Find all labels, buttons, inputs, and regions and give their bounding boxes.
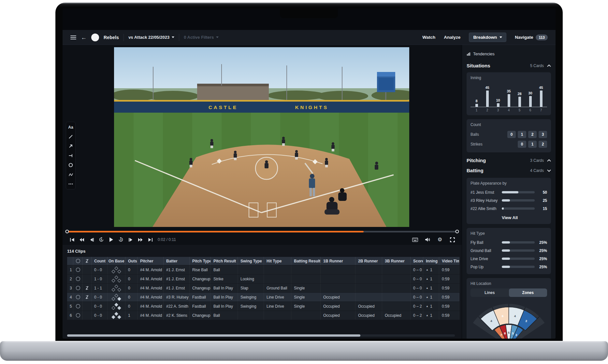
section-situations[interactable]: Situations 5 Cards [467, 63, 551, 68]
cell-score: 0 – 2 [411, 311, 423, 320]
cell-pitcher: #4 M. Arnold [138, 284, 164, 292]
strikes-button-0[interactable]: 0 [518, 141, 526, 148]
tab-lines[interactable]: Lines [470, 288, 509, 297]
cell-2b-runner [355, 293, 382, 301]
fullscreen-icon[interactable] [448, 236, 456, 243]
active-filters-selector[interactable]: 0 Active Filters [184, 35, 219, 40]
cell-outs: 0 [125, 274, 138, 283]
settings-gear-icon[interactable]: ⚙ [436, 236, 444, 243]
scrub-track[interactable] [67, 231, 457, 232]
clip-row-4[interactable]: 40 - 00#4 M. Arnold#3 R. HulseyFastballB… [67, 293, 459, 302]
select-circle-icon[interactable] [73, 293, 83, 301]
tool-arrow-icon[interactable] [67, 143, 74, 149]
cell-pitch-type: Fastball [190, 302, 211, 311]
team-name: Rebels [104, 35, 119, 40]
forward-5-button[interactable]: 5 [117, 236, 125, 243]
hit-type-row: Pop Up25% [470, 263, 547, 271]
on-base-diamonds [111, 312, 122, 319]
timeline-scrubber[interactable] [67, 229, 457, 234]
strikes-button-1[interactable]: 1 [528, 141, 537, 148]
hit-zones-chart[interactable]: 464278532 [470, 300, 547, 339]
step-forward-button[interactable] [126, 236, 135, 243]
bar-value: 35 [507, 89, 511, 93]
nav-tab-breakdown[interactable]: Breakdown [469, 33, 506, 42]
cell-hit-type: Line Drive [264, 293, 291, 301]
plate-appearance-value: 15 [535, 206, 547, 211]
header-cell-score: Score [411, 257, 423, 265]
replay-5-button[interactable]: 5 [97, 236, 106, 243]
nav-tab-analyze[interactable]: Analyze [444, 35, 460, 40]
hit-type-label: Ground Ball [470, 248, 502, 253]
nav-tab-watch[interactable]: Watch [422, 35, 435, 40]
select-circle-icon[interactable] [73, 311, 83, 320]
skip-end-button[interactable] [146, 236, 154, 243]
field-illustration: CASTLE KNIGHTS [114, 47, 409, 227]
clip-row-5[interactable]: 50 - 00#4 M. Arnold#22 A. SmithFastballB… [67, 302, 459, 311]
menu-icon[interactable] [70, 35, 76, 39]
cell-batter: #2 K. Stiens [164, 311, 190, 320]
balls-button-2[interactable]: 2 [528, 131, 537, 138]
step-back-button[interactable] [87, 236, 96, 243]
section-batting[interactable]: Batting 4 Cards [467, 168, 551, 173]
hit-type-label: Pop Up [470, 265, 502, 269]
clip-row-6[interactable]: 60 - 01#4 M. Arnold#2 K. StiensChangeupB… [67, 311, 459, 320]
breakdown-label: Breakdown [473, 35, 497, 40]
team-avatar[interactable] [91, 34, 99, 41]
hit-location-tabs: LinesZones [470, 288, 547, 297]
select-circle-icon[interactable] [73, 302, 83, 311]
back-arrow-icon[interactable]: ← [81, 35, 87, 40]
tool-more-icon[interactable] [67, 181, 74, 187]
bar [529, 96, 532, 107]
scrub-handle-right[interactable] [456, 230, 459, 233]
tool-draw-icon[interactable] [67, 172, 74, 177]
zone-value: 2 [515, 333, 517, 337]
clip-row-1[interactable]: 10 - 00#4 M. Arnold#1 J. ErnstRise BallB… [67, 265, 459, 274]
play-button[interactable] [107, 236, 115, 243]
inning-bar-2: 45 [482, 86, 493, 107]
cell-video-time: 0:59 [439, 284, 459, 292]
nav-tab-navigate[interactable]: Navigate 113 [515, 35, 548, 40]
tool-line-icon[interactable] [67, 134, 74, 140]
balls-button-3[interactable]: 3 [539, 131, 547, 138]
select-circle-icon[interactable] [73, 284, 83, 292]
view-all-link[interactable]: View All [502, 215, 547, 220]
bar-value: 8 [475, 99, 477, 103]
cell-swing-type: Swinging [238, 293, 264, 301]
cell-batting-result: Single [291, 293, 321, 301]
plate-appearance-bar [502, 199, 535, 202]
outfield-banner-left: CASTLE [209, 105, 238, 110]
game-selector[interactable]: vs Attack 22/05/2023 [128, 35, 174, 40]
clip-row-3[interactable]: 31 - 10#4 M. Arnold#1 J. ErnstChangeupBa… [67, 284, 459, 293]
volume-icon[interactable] [423, 236, 432, 243]
section-pitching[interactable]: Pitching 3 Cards [467, 158, 551, 163]
cell-inning: ▲1 [423, 274, 439, 283]
scrollbar-thumb[interactable] [67, 334, 360, 337]
card-count: 5 Cards [530, 63, 544, 68]
strikes-button-2[interactable]: 2 [539, 141, 547, 148]
inning-top-icon: ▲ [426, 287, 428, 289]
fast-forward-button[interactable] [136, 236, 145, 243]
video-frame[interactable]: CASTLE KNIGHTS [114, 47, 409, 227]
sidebar-title: Tendencies [473, 51, 495, 56]
balls-button-1[interactable]: 1 [518, 131, 526, 138]
cell-swing-type [238, 311, 264, 320]
plate-appearance-bar-fill [502, 191, 518, 193]
select-circle-icon[interactable] [73, 274, 83, 283]
tab-zones[interactable]: Zones [509, 288, 547, 297]
balls-button-0[interactable]: 0 [507, 131, 516, 138]
laptop-base [0, 341, 608, 361]
scrub-handle-left[interactable] [65, 230, 69, 233]
select-circle-icon[interactable] [73, 265, 83, 274]
cell-hit-type [264, 311, 291, 320]
clip-row-2[interactable]: 21 - 00#4 M. Arnold#1 J. ErnstChangeupSt… [67, 274, 459, 284]
on-base-diamonds [111, 285, 122, 292]
keyboard-shortcuts-icon[interactable] [411, 236, 419, 243]
tool-ellipse-icon[interactable] [67, 162, 74, 168]
cell-pitch-type: Fastball [190, 293, 211, 301]
tool-t-bar-icon[interactable] [67, 153, 74, 159]
rewind-button[interactable] [78, 236, 86, 243]
skip-start-button[interactable] [68, 236, 76, 243]
tool-text-icon[interactable]: Aa [67, 124, 74, 130]
cell-3b-runner [382, 293, 411, 301]
time-display: 0:02 / 0:11 [158, 237, 176, 242]
